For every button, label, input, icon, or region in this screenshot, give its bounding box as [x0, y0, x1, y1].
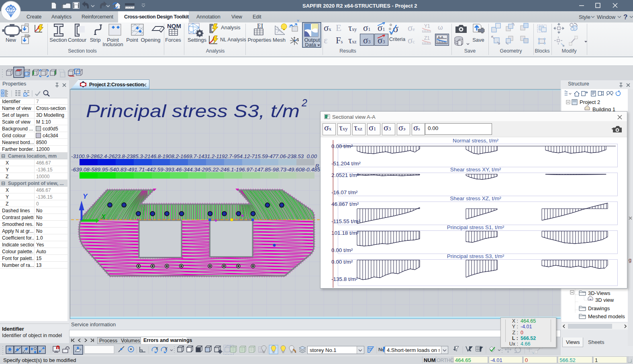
svg-text:-115.55 t/m²: -115.55 t/m²	[331, 218, 360, 224]
svg-text:y: y	[165, 346, 167, 350]
svg-text:-51.204 t/m²: -51.204 t/m²	[331, 161, 361, 167]
svg-text:-16.07 t/m²: -16.07 t/m²	[331, 189, 358, 195]
svg-text:?: ?	[623, 13, 627, 21]
svg-text:Y1: Y1	[424, 23, 430, 29]
svg-text:№: №	[378, 347, 384, 352]
svg-text:Principal stress S3, t/m: Principal stress S3, t/m	[86, 101, 300, 121]
svg-text:-135.8 t/m²: -135.8 t/m²	[331, 276, 358, 282]
svg-text:3D view: 3D view	[595, 297, 614, 303]
svg-text:2.0521 t/m²: 2.0521 t/m²	[331, 172, 359, 178]
svg-text:-639.08-589.95-540.83-491.71-4: -639.08-589.95-540.83-491.71-442.59-393.…	[71, 167, 320, 173]
svg-text:Z: Z	[289, 24, 291, 28]
svg-text:EI: EI	[257, 22, 263, 29]
svg-text:Z1: Z1	[424, 35, 430, 41]
svg-text:3D-Views: 3D-Views	[588, 290, 611, 296]
svg-text:ω: ω	[438, 24, 443, 31]
svg-text:Normal stress, t/m²: Normal stress, t/m²	[453, 138, 499, 144]
svg-text:101.18 t/m²: 101.18 t/m²	[331, 230, 359, 236]
svg-text:X: X	[101, 214, 106, 220]
svg-text:-3100.9-2862.4-2623.8-2385.3-2: -3100.9-2862.4-2623.8-2385.3-2146.8-1908…	[71, 153, 317, 159]
svg-text:Shear stress XY, t/m²: Shear stress XY, t/m²	[450, 167, 501, 173]
svg-text:Meshed models: Meshed models	[588, 313, 625, 319]
svg-text:g: g	[629, 257, 631, 263]
svg-text:Y: Y	[297, 19, 299, 23]
svg-text:Principal stress S1, t/m²: Principal stress S1, t/m²	[447, 224, 504, 230]
svg-text:NQM: NQM	[167, 22, 181, 29]
svg-text:Project 2: Project 2	[580, 99, 600, 105]
svg-text:Shear stress XZ, t/m²: Shear stress XZ, t/m²	[450, 195, 501, 201]
svg-text:DWF: DWF	[25, 35, 31, 37]
svg-text:2: 2	[301, 97, 307, 108]
svg-text:x: x	[156, 346, 158, 350]
svg-text:Y: Y	[83, 193, 88, 200]
svg-text:0.00 t/m²: 0.00 t/m²	[331, 259, 353, 265]
svg-text:0.00 t/m²: 0.00 t/m²	[331, 143, 353, 149]
svg-text:46.867 t/m²: 46.867 t/m²	[331, 201, 359, 207]
svg-text:0.00 t/m²: 0.00 t/m²	[331, 247, 353, 253]
svg-text:Principal stress S3, t/m²: Principal stress S3, t/m²	[447, 253, 504, 259]
svg-text:Drawings: Drawings	[588, 305, 610, 311]
